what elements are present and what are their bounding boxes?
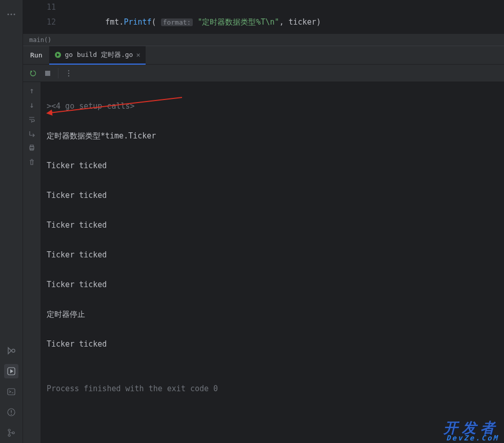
svg-point-22 — [68, 70, 69, 71]
problems-icon[interactable] — [4, 405, 18, 419]
run-tab-label: go build 定时器.go — [65, 50, 133, 59]
more-icon[interactable] — [4, 7, 18, 22]
svg-point-14 — [12, 432, 14, 434]
svg-rect-26 — [30, 145, 33, 147]
rerun-button[interactable] — [27, 67, 39, 79]
svg-point-24 — [68, 75, 69, 76]
editor[interactable]: 11 12 13 14 15 16 17 18 19 20 21 22 23 2… — [23, 0, 504, 33]
down-arrow-icon[interactable]: ↓ — [27, 99, 37, 110]
run-icon[interactable] — [4, 364, 18, 378]
svg-point-11 — [11, 414, 12, 415]
soft-wrap-icon[interactable] — [27, 114, 37, 124]
svg-point-23 — [68, 72, 69, 73]
vcs-icon[interactable] — [4, 426, 18, 440]
print-icon[interactable] — [27, 143, 37, 153]
run-config-tab[interactable]: go build 定时器.go × — [49, 46, 145, 65]
services-icon[interactable] — [4, 344, 18, 358]
svg-point-13 — [8, 434, 10, 436]
stop-button[interactable] — [42, 67, 54, 79]
gutter: 11 12 13 14 15 16 17 18 19 20 21 22 23 2… — [23, 0, 65, 33]
left-sidebar — [0, 0, 23, 443]
more-options-button[interactable] — [63, 67, 75, 79]
svg-point-2 — [14, 14, 15, 15]
code-content[interactable]: fmt.Printf( format: "定时器数据类型%T\n", ticke… — [65, 0, 504, 33]
svg-marker-6 — [10, 369, 13, 373]
svg-point-4 — [12, 349, 15, 352]
close-icon[interactable]: × — [136, 51, 140, 59]
line-number: 11 — [23, 0, 65, 15]
watermark-sub: DevZe.CoM — [446, 434, 499, 442]
run-panel: Run go build 定时器.go × — [23, 46, 504, 443]
breadcrumb[interactable]: main() — [23, 33, 504, 46]
up-arrow-icon[interactable]: ↑ — [27, 85, 37, 95]
run-toolbar — [23, 65, 504, 82]
line-number: 13 — [23, 30, 65, 33]
svg-point-0 — [8, 14, 9, 15]
scroll-end-icon[interactable] — [27, 128, 37, 138]
svg-marker-3 — [8, 348, 11, 354]
run-tab-icon — [54, 51, 62, 58]
clear-icon[interactable] — [27, 157, 37, 167]
terminal-icon[interactable] — [4, 385, 18, 399]
svg-point-12 — [8, 429, 10, 431]
console-output[interactable]: ><4 go setup calls> 定时器数据类型*time.Ticker … — [41, 82, 504, 443]
run-title: Run — [23, 51, 49, 59]
console-side-toolbar: ↑ ↓ — [23, 82, 41, 443]
svg-point-1 — [11, 14, 12, 15]
svg-rect-21 — [45, 71, 50, 76]
line-number: 12 — [23, 15, 65, 30]
